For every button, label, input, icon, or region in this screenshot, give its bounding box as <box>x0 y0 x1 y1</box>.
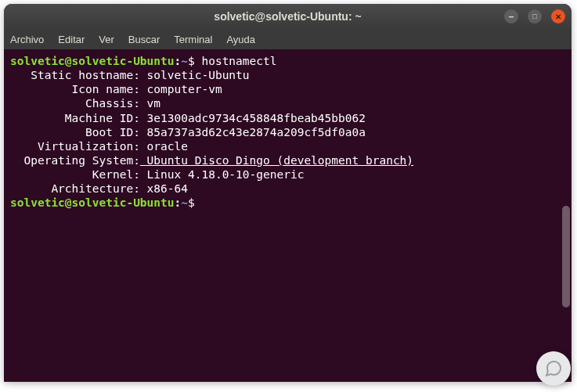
menu-file[interactable]: Archivo <box>10 34 44 45</box>
window-title: solvetic@solvetic-Ubuntu: ~ <box>214 10 361 23</box>
menu-terminal[interactable]: Terminal <box>174 34 212 45</box>
output-label: Static hostname: <box>10 69 140 81</box>
close-button[interactable] <box>551 9 565 23</box>
output-value: oracle <box>140 140 188 153</box>
titlebar[interactable]: solvetic@solvetic-Ubuntu: ~ <box>4 4 572 29</box>
menubar: Archivo Editar Ver Buscar Terminal Ayuda <box>4 29 572 49</box>
prompt-path-2: ~ <box>181 196 188 209</box>
terminal-window: solvetic@solvetic-Ubuntu: ~ Archivo Edit… <box>4 4 572 382</box>
prompt-user-host-2: solvetic@solvetic-Ubuntu <box>10 196 175 209</box>
prompt-colon-2: : <box>175 196 182 209</box>
output-label: Operating System: <box>10 154 140 167</box>
scrollbar[interactable] <box>561 49 572 382</box>
prompt-user-host: solvetic@solvetic-Ubuntu <box>10 55 175 67</box>
terminal-body[interactable]: solvetic@solvetic-Ubuntu:~$ hostnamectl … <box>4 49 572 382</box>
command: hostnamectl <box>201 55 276 67</box>
output-value: x86-64 <box>140 182 188 195</box>
maximize-button[interactable] <box>528 9 542 23</box>
prompt-path: ~ <box>181 55 188 67</box>
command-output: Static hostname: solvetic-Ubuntu Icon na… <box>10 69 413 195</box>
prompt-sigil-2: $ <box>188 196 195 209</box>
output-label: Icon name: <box>10 83 140 95</box>
output-label: Architecture: <box>10 182 140 195</box>
prompt-sigil: $ <box>188 55 195 67</box>
output-label: Machine ID: <box>10 112 140 124</box>
output-value: 85a737a3d62c43e2874a209cf5df0a0a <box>140 126 366 138</box>
menu-edit[interactable]: Editar <box>58 34 85 45</box>
output-value: 3e1300adc9734c458848fbeab45bb062 <box>140 112 366 124</box>
output-value: Ubuntu Disco Dingo (development branch) <box>140 154 413 167</box>
chat-bubble-icon[interactable] <box>536 351 571 386</box>
output-value: computer-vm <box>140 83 222 95</box>
window-controls <box>504 9 565 23</box>
output-value: solvetic-Ubuntu <box>140 69 250 81</box>
output-label: Boot ID: <box>10 126 140 138</box>
minimize-button[interactable] <box>504 9 518 23</box>
output-label: Chassis: <box>10 97 140 110</box>
menu-help[interactable]: Ayuda <box>226 34 255 45</box>
output-label: Virtualization: <box>10 140 140 153</box>
output-value: vm <box>140 97 160 110</box>
output-label: Kernel: <box>10 168 140 181</box>
scrollbar-thumb[interactable] <box>562 206 570 307</box>
menu-search[interactable]: Buscar <box>128 34 160 45</box>
output-value: Linux 4.18.0-10-generic <box>140 168 305 181</box>
prompt-colon: : <box>175 55 182 67</box>
menu-view[interactable]: Ver <box>99 34 114 45</box>
